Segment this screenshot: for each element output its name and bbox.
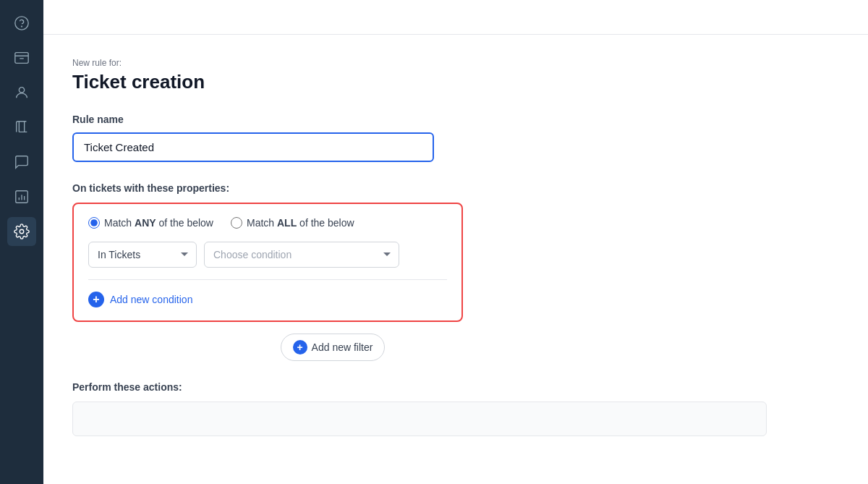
sidebar-item-settings[interactable] — [7, 217, 36, 246]
sidebar-item-reports[interactable] — [7, 182, 36, 211]
actions-box — [72, 402, 767, 436]
add-condition-button[interactable]: + Add new condition — [88, 292, 192, 307]
match-row: Match ANY of the below Match ALL of the … — [88, 217, 447, 229]
match-any-suffix: of the below — [156, 217, 213, 229]
sidebar-item-library[interactable] — [7, 113, 36, 142]
sidebar-item-help[interactable] — [7, 9, 36, 38]
sidebar-item-chat[interactable] — [7, 148, 36, 177]
new-rule-for-label: New rule for: — [72, 58, 593, 68]
properties-label: On tickets with these properties: — [72, 182, 593, 194]
match-any-bold: ANY — [135, 217, 156, 229]
svg-point-1 — [22, 26, 22, 27]
svg-rect-2 — [15, 53, 28, 64]
rule-name-section: Rule name — [72, 114, 593, 182]
add-condition-label: Add new condition — [110, 294, 192, 305]
page-content: New rule for: Ticket creation Rule name … — [43, 35, 622, 459]
sidebar-item-inbox[interactable] — [7, 43, 36, 72]
add-filter-label: Add new filter — [312, 341, 373, 353]
page-title: Ticket creation — [72, 71, 593, 93]
svg-point-0 — [15, 17, 28, 30]
sidebar — [0, 0, 43, 484]
rule-name-label: Rule name — [72, 114, 593, 125]
choose-condition-dropdown[interactable]: Choose condition — [204, 242, 399, 268]
main-content: New rule for: Ticket creation Rule name … — [43, 0, 868, 484]
rule-name-input[interactable] — [72, 132, 434, 162]
match-all-radio[interactable] — [231, 217, 242, 229]
sidebar-item-contacts[interactable] — [7, 78, 36, 107]
filter-box: Match ANY of the below Match ALL of the … — [72, 203, 463, 322]
add-filter-row: + Add new filter — [72, 334, 593, 361]
in-tickets-dropdown[interactable]: In Tickets — [88, 242, 197, 268]
match-any-option[interactable]: Match ANY of the below — [88, 217, 213, 229]
svg-point-5 — [20, 229, 24, 234]
add-filter-plus-icon: + — [293, 340, 307, 354]
plus-circle-icon: + — [88, 292, 104, 307]
add-filter-button[interactable]: + Add new filter — [281, 334, 386, 361]
topbar — [43, 0, 868, 35]
match-all-suffix: of the below — [297, 217, 354, 229]
match-any-radio[interactable] — [88, 217, 100, 229]
match-all-bold: ALL — [277, 217, 297, 229]
perform-actions-label: Perform these actions: — [72, 381, 593, 393]
match-all-option[interactable]: Match ALL of the below — [231, 217, 354, 229]
condition-row: In Tickets Choose condition — [88, 242, 447, 280]
svg-point-3 — [19, 88, 24, 93]
